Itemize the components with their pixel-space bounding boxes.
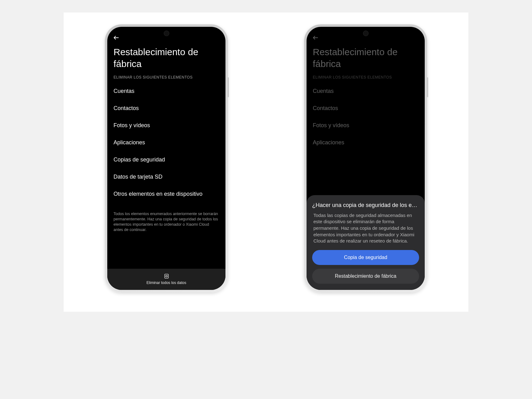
erase-all-data-button[interactable]: Eliminar todos los datos	[107, 269, 225, 290]
back-arrow-icon[interactable]	[113, 34, 120, 41]
phone-mockup-right: Restablecimiento de fábrica ELIMINAR LOS…	[304, 24, 427, 292]
back-arrow-icon[interactable]	[312, 34, 319, 41]
settings-content: Restablecimiento de fábrica ELIMINAR LOS…	[107, 41, 225, 269]
svg-point-1	[166, 275, 167, 277]
list-item: Otros elementos en este dispositivo	[114, 185, 219, 203]
list-item: Contactos	[313, 100, 418, 117]
page-title: Restablecimiento de fábrica	[114, 46, 219, 70]
power-button-hardware	[228, 77, 229, 97]
sheet-body-text: Todas las copias de seguridad almacenada…	[312, 212, 419, 244]
phone-mockup-left: Restablecimiento de fábrica ELIMINAR LOS…	[105, 24, 228, 292]
erase-button-label: Eliminar todos los datos	[147, 281, 186, 285]
section-caption: ELIMINAR LOS SIGUIENTES ELEMENTOS	[313, 75, 418, 79]
factory-reset-button[interactable]: Restablecimiento de fábrica	[312, 269, 419, 284]
list-item: Fotos y vídeos	[114, 117, 219, 134]
page-title: Restablecimiento de fábrica	[313, 46, 418, 70]
disclaimer-text: Todos los elementos enumerados anteriorm…	[114, 211, 219, 233]
front-camera	[164, 31, 169, 36]
front-camera	[363, 31, 369, 36]
backup-button[interactable]: Copia de seguridad	[312, 250, 419, 265]
list-item: Cuentas	[313, 83, 418, 100]
list-item: Contactos	[114, 100, 219, 117]
list-item: Cuentas	[114, 83, 219, 100]
sheet-title: ¿Hacer una copia de seguridad de los e…	[312, 202, 419, 209]
list-item: Fotos y vídeos	[313, 117, 418, 134]
power-button-hardware	[427, 77, 428, 97]
erase-icon	[163, 273, 170, 279]
svg-rect-0	[165, 274, 168, 278]
backup-confirm-sheet: ¿Hacer una copia de seguridad de los e… …	[307, 195, 425, 290]
list-item: Copias de seguridad	[114, 151, 219, 168]
section-caption: ELIMINAR LOS SIGUIENTES ELEMENTOS	[114, 75, 219, 79]
list-item: Datos de tarjeta SD	[114, 168, 219, 185]
list-item: Aplicaciones	[114, 134, 219, 151]
list-item: Aplicaciones	[313, 134, 418, 151]
